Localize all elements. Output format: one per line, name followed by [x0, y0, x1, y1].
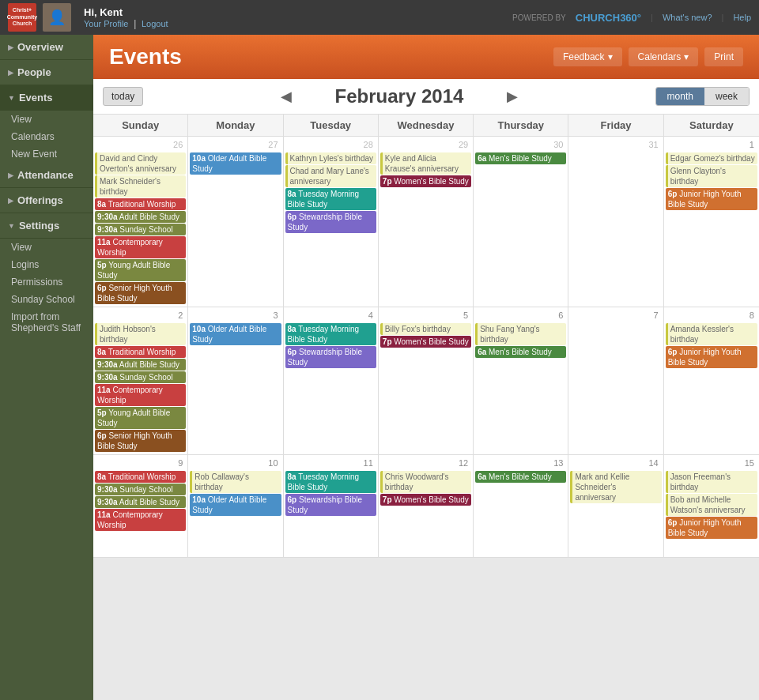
event-pill[interactable]: 6p Junior High Youth Bible Study	[666, 188, 757, 210]
calendar-cell[interactable]: 1Edgar Gomez's birthdayGlenn Clayton's b…	[664, 137, 759, 307]
calendar-cell[interactable]: 28Kathryn Lyles's birthdayChad and Mary …	[284, 137, 379, 307]
whats-new-link[interactable]: What's new?	[663, 13, 712, 22]
event-pill[interactable]: Rob Callaway's birthday	[190, 471, 281, 493]
sidebar-settings-permissions[interactable]: Permissions	[0, 273, 93, 291]
sidebar-item-offerings[interactable]: ▶ Offerings	[0, 188, 93, 213]
event-pill[interactable]: Bob and Michelle Watson's anniversary	[666, 494, 757, 516]
sidebar-item-attendance[interactable]: ▶ Attendance	[0, 163, 93, 188]
calendar-cell[interactable]: 6Shu Fang Yang's birthday6a Men's Bible …	[474, 307, 568, 454]
event-pill[interactable]: 11a Contemporary Worship	[95, 509, 186, 531]
sidebar-events-new-event[interactable]: New Event	[0, 145, 93, 163]
event-pill[interactable]: 8a Tuesday Morning Bible Study	[285, 471, 376, 493]
event-pill[interactable]: Jason Freeman's birthday	[666, 471, 757, 493]
calendar-cell[interactable]: 310a Older Adult Bible Study	[188, 307, 283, 454]
calendar-cell[interactable]: 29Kyle and Alicia Krause's anniversary7p…	[379, 137, 474, 307]
next-month-button[interactable]: ▶	[500, 88, 524, 105]
sidebar-settings-view[interactable]: View	[0, 239, 93, 256]
event-pill[interactable]: Mark and Kellie Schneider's anniversary	[570, 471, 661, 503]
event-pill[interactable]: 6p Junior High Youth Bible Study	[666, 517, 757, 539]
event-pill[interactable]: 9:30a Adult Bible Study	[95, 211, 186, 223]
event-pill[interactable]: Glenn Clayton's birthday	[666, 165, 757, 187]
event-pill[interactable]: 6p Junior High Youth Bible Study	[666, 346, 757, 368]
event-pill[interactable]: 6p Stewardship Bible Study	[285, 346, 376, 368]
calendar-cell[interactable]: 48a Tuesday Morning Bible Study6p Stewar…	[284, 307, 379, 454]
sidebar-settings-logins[interactable]: Logins	[0, 256, 93, 273]
event-pill[interactable]: 7p Women's Bible Study	[380, 336, 471, 348]
event-pill[interactable]: 8a Traditional Worship	[95, 471, 186, 483]
profile-link[interactable]: Your Profile	[84, 19, 128, 28]
event-pill[interactable]: 6p Senior High Youth Bible Study	[95, 430, 186, 452]
event-pill[interactable]: Chris Woodward's birthday	[380, 471, 471, 493]
app-logo: Christ+CommunityChurch	[8, 3, 36, 32]
event-pill[interactable]: 10a Older Adult Bible Study	[190, 494, 281, 516]
sidebar-settings-import[interactable]: Import from Shepherd's Staff	[0, 308, 93, 337]
calendar-cell[interactable]: 306a Men's Bible Study	[474, 137, 568, 307]
page-title: Events	[109, 44, 182, 70]
calendar-cell[interactable]: 15Jason Freeman's birthdayBob and Michel…	[664, 455, 759, 557]
event-pill[interactable]: Judith Hobson's birthday	[95, 323, 186, 345]
event-pill[interactable]: 6p Senior High Youth Bible Study	[95, 282, 186, 304]
sidebar-item-settings[interactable]: ▼ Settings	[0, 213, 93, 239]
event-pill[interactable]: 10a Older Adult Bible Study	[190, 152, 281, 175]
calendar-cell[interactable]: 31	[568, 137, 663, 307]
event-pill[interactable]: Kathryn Lyles's birthday	[285, 152, 376, 164]
logout-link[interactable]: Logout	[142, 19, 168, 28]
event-pill[interactable]: Mark Schneider's birthday	[95, 175, 186, 198]
event-pill[interactable]: 9:30a Adult Bible Study	[95, 496, 186, 508]
calendar-date: 10	[190, 457, 281, 469]
calendar-cell[interactable]: 118a Tuesday Morning Bible Study6p Stewa…	[284, 455, 379, 557]
event-pill[interactable]: 7p Women's Bible Study	[380, 175, 471, 187]
calendars-button[interactable]: Calendars ▾	[629, 47, 699, 66]
event-pill[interactable]: 9:30a Sunday School	[95, 224, 186, 235]
sidebar-item-overview[interactable]: ▶ Overview	[0, 35, 93, 60]
sidebar-item-people[interactable]: ▶ People	[0, 60, 93, 85]
print-button[interactable]: Print	[704, 47, 743, 66]
event-pill[interactable]: 9:30a Sunday School	[95, 484, 186, 495]
event-pill[interactable]: 9:30a Adult Bible Study	[95, 359, 186, 371]
event-pill[interactable]: 6a Men's Bible Study	[475, 346, 566, 358]
calendar-cell[interactable]: 7	[568, 307, 663, 454]
calendar-cell[interactable]: 26David and Cindy Overton's anniversaryM…	[93, 137, 188, 307]
calendar-cell[interactable]: 98a Traditional Worship9:30a Sunday Scho…	[93, 455, 188, 557]
sidebar-events-calendars[interactable]: Calendars	[0, 128, 93, 145]
event-pill[interactable]: 8a Traditional Worship	[95, 198, 186, 210]
event-pill[interactable]: Billy Fox's birthday	[380, 323, 471, 335]
event-pill[interactable]: 6a Men's Bible Study	[475, 152, 566, 164]
month-view-button[interactable]: month	[656, 88, 704, 105]
event-pill[interactable]: 10a Older Adult Bible Study	[190, 323, 281, 345]
calendar-cell[interactable]: 12Chris Woodward's birthday7p Women's Bi…	[379, 455, 474, 557]
event-pill[interactable]: 11a Contemporary Worship	[95, 384, 186, 406]
event-pill[interactable]: 6a Men's Bible Study	[475, 471, 566, 483]
event-pill[interactable]: David and Cindy Overton's anniversary	[95, 152, 186, 175]
event-pill[interactable]: Amanda Kessler's birthday	[666, 323, 757, 345]
sidebar-settings-sunday-school[interactable]: Sunday School	[0, 291, 93, 308]
today-button[interactable]: today	[103, 87, 143, 106]
event-pill[interactable]: 8a Tuesday Morning Bible Study	[285, 188, 376, 210]
prev-month-button[interactable]: ◀	[274, 88, 298, 105]
calendar-cell[interactable]: 14Mark and Kellie Schneider's anniversar…	[568, 455, 663, 557]
event-pill[interactable]: Edgar Gomez's birthday	[666, 152, 757, 164]
sidebar-events-view[interactable]: View	[0, 111, 93, 128]
event-pill[interactable]: 8a Tuesday Morning Bible Study	[285, 323, 376, 345]
event-pill[interactable]: 9:30a Sunday School	[95, 371, 186, 383]
event-pill[interactable]: 5p Young Adult Bible Study	[95, 259, 186, 281]
help-link[interactable]: Help	[733, 13, 751, 22]
calendar-cell[interactable]: 8Amanda Kessler's birthday6p Junior High…	[664, 307, 759, 454]
week-view-button[interactable]: week	[704, 88, 749, 105]
calendar-cell[interactable]: 5Billy Fox's birthday7p Women's Bible St…	[379, 307, 474, 454]
event-pill[interactable]: 11a Contemporary Worship	[95, 236, 186, 258]
event-pill[interactable]: 8a Traditional Worship	[95, 346, 186, 358]
calendar-cell[interactable]: 10Rob Callaway's birthday10a Older Adult…	[188, 455, 283, 557]
event-pill[interactable]: 7p Women's Bible Study	[380, 494, 471, 506]
calendar-cell[interactable]: 2Judith Hobson's birthday8a Traditional …	[93, 307, 188, 454]
calendar-cell[interactable]: 2710a Older Adult Bible Study	[188, 137, 283, 307]
event-pill[interactable]: 6p Stewardship Bible Study	[285, 494, 376, 516]
calendar-cell[interactable]: 136a Men's Bible Study	[474, 455, 568, 557]
event-pill[interactable]: Shu Fang Yang's birthday	[475, 323, 566, 345]
event-pill[interactable]: 5p Young Adult Bible Study	[95, 407, 186, 429]
event-pill[interactable]: 6p Stewardship Bible Study	[285, 211, 376, 233]
event-pill[interactable]: Chad and Mary Lane's anniversary	[285, 165, 376, 187]
event-pill[interactable]: Kyle and Alicia Krause's anniversary	[380, 152, 471, 175]
sidebar-item-events[interactable]: ▼ Events	[0, 85, 93, 111]
feedback-button[interactable]: Feedback ▾	[553, 47, 622, 66]
